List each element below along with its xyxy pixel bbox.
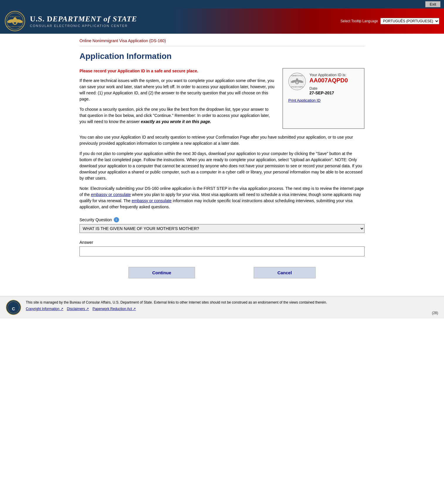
print-app-id-link[interactable]: Print Application ID <box>288 98 321 103</box>
body-p3: You can also use your Application ID and… <box>79 134 365 147</box>
page-title: Application Information <box>79 52 365 61</box>
security-question-dropdown[interactable]: WHAT IS THE GIVEN NAME OF YOUR MOTHER'S … <box>79 224 365 233</box>
header-language-selector: Select Tooltip Language PORTUGUÊS (PORTU… <box>340 18 439 24</box>
date-value: 27-SEP-2017 <box>309 91 348 95</box>
embassy-link-2[interactable]: embassy or consulate <box>132 198 172 203</box>
security-question-label: Security Question i <box>79 217 365 222</box>
svg-text:DEPARTMENT OF STATE: DEPARTMENT OF STATE <box>292 75 303 76</box>
breadcrumb: Online Nonimmigrant Visa Application (DS… <box>79 38 365 43</box>
svg-text:UNITED STATES OF AMERICA: UNITED STATES OF AMERICA <box>291 86 304 88</box>
body-p1: If there are technical issues with the s… <box>79 78 275 102</box>
footer-managed-by: This site is managed by the Bureau of Co… <box>26 300 327 305</box>
header-subtitle: CONSULAR ELECTRONIC APPLICATION CENTER <box>30 24 137 28</box>
svg-text:C: C <box>12 307 15 311</box>
divider <box>79 46 365 46</box>
footer-page-number: (28) <box>432 311 438 315</box>
alert-text: Please record your Application ID in a s… <box>79 68 275 74</box>
footer: C This site is managed by the Bureau of … <box>0 296 444 319</box>
copyright-link[interactable]: Copyright Information ↗ <box>26 306 63 311</box>
body-p2-bold: exactly as you wrote it on this page. <box>141 119 211 124</box>
main-section: Please record your Application ID in a s… <box>79 68 365 129</box>
paperwork-link[interactable]: Paperwork Reduction Act ↗ <box>92 306 136 311</box>
cancel-button[interactable]: Cancel <box>254 267 316 278</box>
body-p4: If you do not plan to complete your appl… <box>79 151 365 181</box>
date-label: Date <box>309 86 348 91</box>
app-id-card-inner: DEPARTMENT OF STATE UNITED STATES OF AME… <box>288 73 348 95</box>
header-main-title: U.S. DEPARTMENT of STATE <box>30 15 137 23</box>
embassy-link-1[interactable]: embassy or consulate <box>91 192 131 197</box>
header-title: U.S. DEPARTMENT of STATE CONSULAR ELECTR… <box>30 15 137 28</box>
svg-rect-9 <box>14 21 16 22</box>
svg-text:DEPARTMENT OF: DEPARTMENT OF <box>10 16 20 17</box>
body-p2: To choose a security question, pick the … <box>79 106 275 125</box>
security-label-text: Security Question <box>79 217 112 222</box>
footer-seal-icon: C <box>6 300 21 315</box>
svg-rect-18 <box>296 81 298 84</box>
answer-label: Answer <box>79 240 365 245</box>
app-id-label: Your Application ID is: <box>309 73 348 77</box>
security-info-icon[interactable]: i <box>114 217 119 222</box>
top-exit-bar: Exit <box>0 0 444 8</box>
security-question-section: Security Question i WHAT IS THE GIVEN NA… <box>79 217 365 233</box>
breadcrumb-link[interactable]: Online Nonimmigrant Visa Application (DS… <box>79 38 166 43</box>
buttons-row: Continue Cancel <box>79 267 365 278</box>
app-id-value: AA007AQPD0 <box>309 77 348 84</box>
continue-button[interactable]: Continue <box>128 267 195 278</box>
svg-point-17 <box>296 78 298 80</box>
app-id-info: Your Application ID is: AA007AQPD0 Date … <box>309 73 348 95</box>
app-id-card: DEPARTMENT OF STATE UNITED STATES OF AME… <box>282 68 365 129</box>
footer-text-block: This site is managed by the Bureau of Co… <box>26 300 327 311</box>
answer-section: Answer <box>79 240 365 256</box>
disclaimers-link[interactable]: Disclaimers ↗ <box>67 306 89 311</box>
body-p5: Note: Electronically submitting your DS-… <box>79 185 365 210</box>
exit-button[interactable]: Exit <box>425 1 440 7</box>
header-seal: DEPARTMENT OF UNITED STATES OF AMERICA <box>5 11 25 31</box>
footer-links: Copyright Information ↗ Disclaimers ↗ Pa… <box>26 306 327 311</box>
tooltip-lang-label: Select Tooltip Language <box>340 19 378 23</box>
main-body-text: Please record your Application ID in a s… <box>79 68 275 129</box>
app-id-seal-icon: DEPARTMENT OF STATE UNITED STATES OF AME… <box>288 73 306 90</box>
language-dropdown[interactable]: PORTUGUÊS (PORTUGUESE) ENGLISH ESPAÑOL (… <box>380 18 439 24</box>
header: DEPARTMENT OF UNITED STATES OF AMERICA U… <box>0 8 444 34</box>
svg-point-7 <box>13 17 16 20</box>
svg-text:UNITED STATES OF AMERICA: UNITED STATES OF AMERICA <box>6 26 24 27</box>
main-content: Online Nonimmigrant Visa Application (DS… <box>72 34 372 296</box>
answer-input[interactable] <box>79 246 365 256</box>
